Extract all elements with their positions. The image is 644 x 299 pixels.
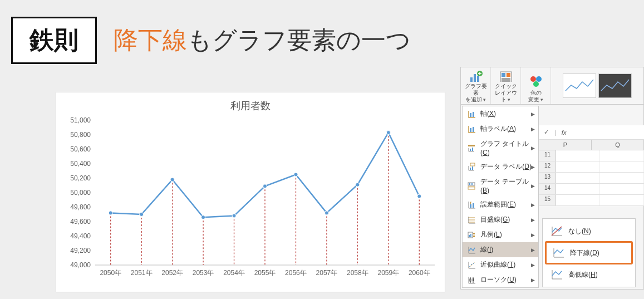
title-accent: 降下線 <box>114 26 187 53</box>
menu-item-line[interactable]: 線(I)▶ <box>463 242 538 257</box>
sheet-row[interactable]: 11 <box>539 150 644 161</box>
svg-text:50,400: 50,400 <box>70 160 91 168</box>
submenu-item-1[interactable]: 降下線(D) <box>545 241 633 264</box>
menu-item-axis[interactable]: 軸ラベル(A)▶ <box>463 121 538 136</box>
svg-rect-64 <box>470 168 471 170</box>
svg-point-23 <box>109 211 112 215</box>
svg-rect-76 <box>469 235 470 237</box>
svg-rect-46 <box>474 74 476 82</box>
svg-text:2050年: 2050年 <box>100 269 121 277</box>
svg-rect-67 <box>469 183 470 185</box>
svg-rect-58 <box>470 128 471 132</box>
svg-point-31 <box>356 183 360 187</box>
rule-badge: 鉄則 <box>11 17 97 64</box>
sparkline-icon <box>563 74 596 97</box>
btn-label: を追加 <box>465 96 486 103</box>
page-title: 降下線もグラフ要素の一つ <box>114 24 411 57</box>
ribbon-top-row: グラフ要素 を追加 クイック レイアウト 色の 変更 <box>461 67 643 105</box>
quick-layout-button[interactable]: クイック レイアウト <box>491 67 521 104</box>
page-header: 鉄則 降下線もグラフ要素の一つ <box>0 0 644 70</box>
menu-item-axis[interactable]: 軸(X)▶ <box>463 106 538 121</box>
svg-point-29 <box>294 173 298 177</box>
menu-item-trend[interactable]: 近似曲線(T)▶ <box>463 257 538 272</box>
svg-point-54 <box>536 76 542 82</box>
svg-text:2054年: 2054年 <box>223 269 245 277</box>
svg-text:2051年: 2051年 <box>131 269 153 277</box>
accept-icon: ✓ <box>544 129 549 136</box>
svg-text:2056年: 2056年 <box>285 269 307 277</box>
chart-card[interactable]: 利用者数 49,00049,20049,40049,60049,80050,00… <box>56 92 445 292</box>
svg-point-28 <box>263 184 267 188</box>
svg-point-26 <box>201 215 205 219</box>
add-chart-element-button[interactable]: グラフ要素 を追加 <box>461 67 491 104</box>
sheet-row[interactable]: 13 <box>539 173 644 184</box>
sheet-row[interactable]: 15 <box>539 195 644 206</box>
palette-icon <box>529 75 543 89</box>
menu-item-title[interactable]: グラフ タイトル(C)▶ <box>463 136 538 159</box>
style-thumb-light[interactable] <box>563 73 596 98</box>
svg-rect-62 <box>472 148 473 151</box>
svg-rect-50 <box>502 73 505 77</box>
svg-text:50,800: 50,800 <box>70 131 91 139</box>
svg-rect-60 <box>468 145 475 146</box>
chart-title: 利用者数 <box>56 92 445 115</box>
style-thumb-dark[interactable] <box>598 73 632 98</box>
svg-text:2055年: 2055年 <box>254 269 276 277</box>
menu-item-label[interactable]: データ ラベル(D)▶ <box>463 159 538 174</box>
svg-text:49,400: 49,400 <box>70 232 91 240</box>
layout-icon <box>499 71 513 82</box>
svg-point-32 <box>386 131 390 135</box>
chart-style-gallery[interactable] <box>551 67 643 104</box>
btn-label: 変更 <box>528 96 544 103</box>
svg-rect-74 <box>473 203 474 208</box>
svg-text:50,600: 50,600 <box>70 145 91 153</box>
svg-text:49,000: 49,000 <box>70 261 91 269</box>
chart-plot-area[interactable]: 49,00049,20049,40049,60049,80050,00050,2… <box>56 115 445 287</box>
submenu-item-0[interactable]: なし(N) <box>545 221 633 241</box>
svg-text:50,000: 50,000 <box>70 189 91 197</box>
bar-plus-icon <box>469 71 483 82</box>
formula-bar[interactable]: ✓ | fx <box>539 125 644 140</box>
svg-rect-56 <box>470 113 471 117</box>
svg-rect-78 <box>473 233 475 234</box>
change-colors-button[interactable]: 色の 変更 <box>521 67 551 104</box>
chart-element-menu: 軸(X)▶軸ラベル(A)▶グラフ タイトル(C)▶データ ラベル(D)▶データ … <box>462 106 539 288</box>
sparkline-icon <box>599 74 631 97</box>
svg-point-53 <box>530 76 536 82</box>
line-chart-svg: 49,00049,20049,40049,60049,80050,00050,2… <box>56 115 446 287</box>
menu-item-candle[interactable]: ローソク(U)▶ <box>463 272 538 287</box>
svg-rect-57 <box>473 112 474 117</box>
svg-rect-52 <box>502 78 510 82</box>
svg-point-25 <box>170 178 174 182</box>
svg-text:2053年: 2053年 <box>193 269 214 277</box>
btn-label: レイアウト <box>494 90 517 103</box>
sheet-row[interactable]: 14 <box>539 184 644 195</box>
svg-point-30 <box>325 211 328 215</box>
svg-point-55 <box>533 81 539 87</box>
menu-item-table[interactable]: データ テーブル(B)▶ <box>463 174 538 197</box>
svg-rect-59 <box>473 127 474 132</box>
svg-rect-68 <box>471 183 473 185</box>
menu-item-error[interactable]: 誤差範囲(E)▶ <box>463 197 538 212</box>
svg-text:49,200: 49,200 <box>70 247 91 254</box>
svg-rect-47 <box>477 76 479 82</box>
col-header[interactable]: Q <box>592 140 644 150</box>
col-header[interactable]: P <box>539 140 592 150</box>
svg-text:2057年: 2057年 <box>316 269 338 277</box>
menu-item-grid[interactable]: 目盛線(G)▶ <box>463 212 538 227</box>
svg-point-24 <box>140 213 144 217</box>
svg-text:49,600: 49,600 <box>70 218 91 226</box>
title-rest: もグラフ要素の一つ <box>187 26 411 53</box>
column-headers: P Q <box>539 140 644 150</box>
sheet-row[interactable]: 12 <box>539 161 644 173</box>
svg-text:51,000: 51,000 <box>70 116 91 124</box>
svg-rect-71 <box>470 204 471 208</box>
svg-rect-85 <box>470 279 471 281</box>
svg-text:50,200: 50,200 <box>70 174 91 182</box>
btn-label: 色の <box>530 90 542 96</box>
svg-rect-51 <box>507 73 510 77</box>
submenu-item-2[interactable]: 高低線(H) <box>545 264 633 285</box>
menu-item-legend[interactable]: 凡例(L)▶ <box>463 227 538 242</box>
fx-label: fx <box>562 129 567 136</box>
svg-rect-79 <box>473 236 475 237</box>
